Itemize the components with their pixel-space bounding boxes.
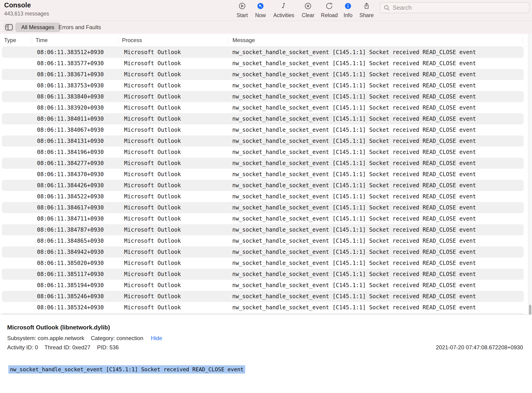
jump-to-now-icon — [257, 2, 264, 10]
info-icon — [344, 2, 352, 10]
share-icon — [363, 2, 371, 10]
info-button[interactable]: Info — [344, 0, 352, 18]
table-row[interactable]: 08:06:11.384865+0930 Microsoft Outlook n… — [2, 235, 524, 246]
start-button[interactable]: Start — [237, 0, 248, 18]
column-divider[interactable] — [522, 36, 523, 44]
toggle-sidebar-button[interactable] — [4, 22, 14, 32]
toolbar-button-label: Share — [359, 13, 373, 18]
table-row[interactable]: 08:06:11.384787+0930 Microsoft Outlook n… — [2, 224, 524, 235]
cell-process: Microsoft Outlook — [124, 171, 181, 177]
hide-link[interactable]: Hide — [151, 335, 162, 341]
tab-label: Errors and Faults — [59, 24, 101, 30]
cell-time: 08:06:11.384711+0930 — [37, 216, 104, 222]
subsystem-label: Subsystem: — [7, 335, 36, 341]
cell-message: nw_socket_handle_socket_event [C145.1:1]… — [232, 249, 476, 255]
cell-time: 08:06:11.383920+0930 — [37, 104, 104, 111]
table-row[interactable]: 08:06:11.384522+0930 Microsoft Outlook n… — [2, 191, 524, 202]
cell-process: Microsoft Outlook — [124, 226, 181, 233]
scrollbar-thumb[interactable] — [529, 305, 531, 314]
table-row[interactable]: 08:06:11.384131+0930 Microsoft Outlook n… — [2, 135, 524, 147]
thread-label: Thread ID: — [45, 344, 71, 350]
search-field[interactable] — [380, 2, 530, 13]
column-header-message[interactable]: Message — [233, 37, 255, 44]
cell-time: 08:06:11.385020+0930 — [37, 260, 104, 266]
activities-button[interactable]: Activities — [273, 0, 294, 18]
cell-process: Microsoft Outlook — [124, 93, 181, 100]
selected-message-text[interactable]: nw_socket_handle_socket_event [C145.1:1]… — [8, 365, 245, 373]
table-row[interactable]: 08:06:11.384426+0930 Microsoft Outlook n… — [2, 180, 524, 191]
column-header-time[interactable]: Time — [36, 37, 48, 44]
cell-message: nw_socket_handle_socket_event [C145.1:1]… — [232, 127, 476, 133]
table-row[interactable]: 08:06:11.384196+0930 Microsoft Outlook n… — [2, 147, 524, 158]
cell-time: 08:06:11.383512+0930 — [37, 49, 104, 55]
tab-label: All Messages — [21, 24, 54, 30]
cell-process: Microsoft Outlook — [124, 138, 181, 144]
cell-message: nw_socket_handle_socket_event [C145.1:1]… — [232, 138, 476, 144]
tab-all-messages[interactable]: All Messages — [15, 22, 60, 32]
clear-button[interactable]: Clear — [302, 0, 315, 18]
table-row[interactable]: 08:06:11.384942+0930 Microsoft Outlook n… — [2, 246, 524, 258]
cell-process: Microsoft Outlook — [124, 249, 181, 255]
column-divider[interactable] — [228, 36, 228, 44]
pid-label: PID: — [97, 344, 108, 350]
cell-process: Microsoft Outlook — [124, 204, 181, 211]
reload-button[interactable]: Reload — [321, 0, 338, 18]
cell-message: nw_socket_handle_socket_event [C145.1:1]… — [232, 282, 476, 289]
table-row[interactable]: 08:06:11.384370+0930 Microsoft Outlook n… — [2, 169, 524, 180]
table-row[interactable]: 08:06:11.383671+0930 Microsoft Outlook n… — [2, 69, 524, 80]
table-row[interactable]: 08:06:11.383753+0930 Microsoft Outlook n… — [2, 80, 524, 91]
cell-time: 08:06:11.385324+0930 — [37, 304, 104, 311]
column-header-type[interactable]: Type — [4, 37, 16, 44]
category-value: connection — [117, 335, 143, 341]
tab-errors-and-faults[interactable]: Errors and Faults — [59, 22, 101, 32]
search-input[interactable] — [390, 4, 529, 11]
cell-message: nw_socket_handle_socket_event [C145.1:1]… — [232, 160, 476, 167]
table-row[interactable]: 08:06:11.385246+0930 Microsoft Outlook n… — [2, 291, 524, 302]
table-row[interactable]: 08:06:11.385020+0930 Microsoft Outlook n… — [2, 258, 524, 269]
table-row[interactable]: 08:06:11.385117+0930 Microsoft Outlook n… — [2, 269, 524, 280]
play-circle-icon — [238, 2, 246, 10]
detail-meta-subsystem: Subsystem: com.apple.network Category: c… — [7, 335, 162, 341]
table-header: Type Time Process Message — [0, 34, 532, 47]
table-row[interactable]: 08:06:11.384711+0930 Microsoft Outlook n… — [2, 213, 524, 224]
cell-time: 08:06:11.385117+0930 — [37, 271, 104, 277]
log-table-body: 08:06:11.383512+0930 Microsoft Outlook n… — [0, 47, 532, 314]
cell-message: nw_socket_handle_socket_event [C145.1:1]… — [232, 271, 476, 277]
message-count: 443,613 messages — [4, 11, 49, 17]
cell-process: Microsoft Outlook — [124, 293, 181, 300]
activity-value: 0 — [35, 344, 38, 350]
table-row[interactable]: 08:06:11.384067+0930 Microsoft Outlook n… — [2, 124, 524, 135]
cell-message: nw_socket_handle_socket_event [C145.1:1]… — [232, 104, 476, 111]
table-row[interactable]: 08:06:11.383920+0930 Microsoft Outlook n… — [2, 102, 524, 113]
detail-pane: Microsoft Outlook (libnetwork.dylib) Sub… — [0, 314, 532, 393]
cell-message: nw_socket_handle_socket_event [C145.1:1]… — [232, 182, 476, 189]
column-divider[interactable] — [32, 36, 32, 44]
table-row[interactable]: 08:06:11.384011+0930 Microsoft Outlook n… — [2, 113, 524, 124]
subsystem-value: com.apple.network — [38, 335, 84, 341]
cell-message: nw_socket_handle_socket_event [C145.1:1]… — [232, 204, 476, 211]
table-row[interactable]: 08:06:11.383577+0930 Microsoft Outlook n… — [2, 58, 524, 69]
column-header-process[interactable]: Process — [122, 37, 142, 44]
share-button[interactable]: Share — [359, 0, 373, 18]
cell-time: 08:06:11.384617+0930 — [37, 204, 104, 211]
cell-process: Microsoft Outlook — [124, 60, 181, 67]
toolbar: Console 443,613 messages Start Now Activ… — [0, 0, 532, 21]
table-row[interactable]: 08:06:11.385194+0930 Microsoft Outlook n… — [2, 280, 524, 291]
cell-message: nw_socket_handle_socket_event [C145.1:1]… — [232, 93, 476, 100]
now-button[interactable]: Now — [255, 0, 266, 18]
toolbar-button-label: Activities — [273, 13, 294, 18]
column-divider[interactable] — [118, 36, 118, 44]
cell-message: nw_socket_handle_socket_event [C145.1:1]… — [232, 149, 476, 155]
scrollbar-track[interactable] — [528, 34, 532, 314]
cell-process: Microsoft Outlook — [124, 238, 181, 244]
table-row[interactable]: 08:06:11.384617+0930 Microsoft Outlook n… — [2, 202, 524, 213]
cell-process: Microsoft Outlook — [124, 216, 181, 222]
cell-process: Microsoft Outlook — [124, 160, 181, 167]
table-row[interactable]: 08:06:11.383840+0930 Microsoft Outlook n… — [2, 91, 524, 102]
cell-time: 08:06:11.384522+0930 — [37, 193, 104, 200]
table-row[interactable]: 08:06:11.384277+0930 Microsoft Outlook n… — [2, 158, 524, 169]
cell-process: Microsoft Outlook — [124, 271, 181, 277]
table-row[interactable]: 08:06:11.383512+0930 Microsoft Outlook n… — [2, 47, 524, 58]
table-row[interactable]: 08:06:11.385324+0930 Microsoft Outlook n… — [2, 302, 524, 313]
subsystem-pair: Subsystem: com.apple.network — [7, 335, 84, 341]
